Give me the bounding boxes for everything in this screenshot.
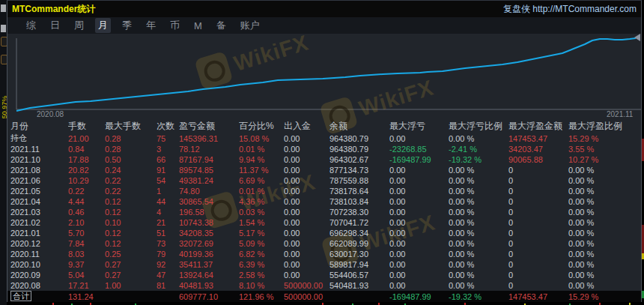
menu-item-季[interactable]: 季: [119, 18, 135, 33]
column-header[interactable]: 余额: [329, 120, 389, 133]
cell-text: 0.00 %: [449, 239, 474, 248]
table-row[interactable]: 2021.022.100.102110743.381.54 %0.0070704…: [7, 217, 641, 228]
cell-text: 0.00: [284, 197, 300, 206]
cell-text: 0.22: [105, 187, 121, 196]
cell-text: 0.00: [389, 208, 405, 217]
menu-item-年[interactable]: 年: [143, 18, 159, 33]
cell-text: 0.01 %: [239, 187, 264, 196]
cell-text: 2020.10: [10, 260, 40, 269]
table-row[interactable]: 2021.015.700.125134208.355.17 %0.0069629…: [7, 228, 641, 238]
table-row[interactable]: 2021.030.460.124196.580.03 %0.00707238.3…: [7, 207, 641, 217]
column-header[interactable]: 百分比%: [239, 120, 284, 133]
cell-text: 15.08 %: [239, 134, 269, 143]
cell: 21: [157, 218, 179, 227]
cell: 6.82 %: [239, 250, 284, 259]
column-header[interactable]: 最大浮盈金额: [508, 120, 568, 133]
table-row[interactable]: 持仓21.000.2875145396.3115.08 %0.00964380.…: [7, 133, 641, 144]
cell-text: 0.00 %: [449, 208, 474, 217]
cell: 5.17 %: [239, 229, 284, 238]
cell: 147453.47: [508, 134, 568, 143]
cell: 500000.00: [284, 292, 329, 301]
cell: 964380.79: [329, 145, 389, 154]
cell-text: 持仓: [10, 133, 27, 142]
cell-text: 0.25: [105, 250, 121, 259]
cell: 21.00: [68, 134, 105, 143]
title-bar: MTCommander统计 复盘侠 http://MTCommander.com: [7, 1, 641, 17]
column-header[interactable]: 最大浮盈比例: [568, 120, 641, 133]
equity-chart[interactable]: 2020.08 2021.11: [7, 34, 641, 119]
menu-item-月[interactable]: 月: [95, 18, 111, 33]
chart-scroll-arrow-icon[interactable]: [634, 34, 640, 41]
cell-text: 0.46: [68, 208, 84, 217]
cell-text: 44: [157, 197, 165, 206]
cell-text: 35411.37: [179, 260, 213, 269]
menu-item-M[interactable]: M: [191, 19, 205, 32]
cell-text: 0.00 %: [568, 218, 594, 227]
menu-item-综[interactable]: 综: [23, 18, 39, 33]
column-header[interactable]: 最大浮亏比例: [449, 120, 508, 133]
background-icon-fragment: [1, 4, 6, 12]
cell: 40481.93: [179, 281, 239, 290]
cell-text: 0.00: [389, 134, 405, 143]
cell-text: 2.58 %: [239, 271, 264, 280]
cell-text: 0.03 %: [239, 208, 264, 217]
cell-text: 707041.72: [329, 218, 368, 227]
cell-text: 0.24: [105, 166, 121, 175]
cell-text: 0: [508, 239, 513, 248]
cell-text: 0.00: [389, 250, 405, 259]
cell-text: 40481.93: [179, 281, 213, 290]
menu-item-日[interactable]: 日: [47, 18, 63, 33]
cell: 3.55 %: [568, 145, 641, 154]
table-row[interactable]: 2020.127.840.127332072.695.09 %0.0066208…: [7, 238, 641, 249]
cell: 0.00 %: [568, 229, 641, 238]
cell-text: 91: [157, 166, 165, 175]
column-header[interactable]: 盈亏金额: [179, 120, 239, 133]
cell: 2021.06: [7, 176, 68, 185]
table-row-total[interactable]: 合计131.24609777.10121.96 %500000.00-16948…: [7, 291, 641, 302]
cell-text: 75: [157, 134, 165, 143]
cell-text: 2021.05: [10, 187, 40, 196]
cell: 0.28: [105, 134, 157, 143]
table-row[interactable]: 2021.0820.820.249189574.8511.37 %0.00877…: [7, 165, 641, 175]
column-header[interactable]: 次数: [157, 120, 179, 133]
column-header[interactable]: 手数: [68, 120, 105, 133]
table-row[interactable]: 2020.095.040.274713924.642.58 %0.0055440…: [7, 270, 641, 280]
menu-item-币[interactable]: 币: [167, 18, 183, 33]
table-row[interactable]: 2021.1017.880.506687167.949.94 %0.009643…: [7, 154, 641, 165]
table-row[interactable]: 2020.118.030.257940199.366.82 %0.0063001…: [7, 249, 641, 259]
table-row[interactable]: 2020.109.370.279235411.376.39 %0.0058981…: [7, 259, 641, 270]
table-row[interactable]: 2020.0817.211.008140481.938.10 %500000.0…: [7, 280, 641, 291]
cell-text: 3: [157, 145, 161, 154]
column-header[interactable]: 月份: [7, 120, 68, 133]
cell: 0.00 %: [449, 166, 508, 175]
cell-text: 0.00 %: [568, 176, 594, 185]
cell-text: 4: [157, 208, 161, 217]
cell-text: 4.44: [68, 197, 84, 206]
cell: 0.00: [284, 197, 329, 206]
cell: 0.00: [284, 187, 329, 196]
menu-item-账户[interactable]: 账户: [237, 18, 263, 33]
column-header[interactable]: 出入金: [284, 120, 329, 133]
x-axis-end-label: 2021.11: [607, 110, 633, 118]
cell-text: 196.58: [179, 208, 204, 217]
cell-text: 2021.04: [10, 197, 40, 206]
cell: 738178.64: [329, 187, 389, 196]
window-title: MTCommander统计: [12, 3, 95, 16]
cell-text: 2.10: [68, 218, 84, 227]
cell-text: 0.00: [284, 187, 300, 196]
table-row[interactable]: 2021.110.840.28378.120.01 %0.00964380.79…: [7, 144, 641, 154]
table-row[interactable]: 2021.044.440.124430865.544.36 %0.0073810…: [7, 196, 641, 207]
cell: 0.00 %: [568, 250, 641, 259]
cell: 15.29 %: [568, 134, 641, 143]
column-header[interactable]: 最大浮亏: [389, 120, 449, 133]
column-header[interactable]: 最大手数: [105, 120, 157, 133]
background-left-strip: 50.97%: [0, 0, 7, 305]
cell-text: 0.00 %: [449, 176, 474, 185]
table-row[interactable]: 2021.050.220.22174.800.01 %0.00738178.64…: [7, 186, 641, 196]
menu-item-备[interactable]: 备: [213, 18, 229, 33]
cell-text: 0: [508, 271, 513, 280]
cell: 2020.08: [7, 281, 68, 290]
cell: 0.00: [389, 176, 449, 185]
menu-item-周[interactable]: 周: [71, 18, 87, 33]
table-row[interactable]: 2021.0610.290.225449381.246.69 %0.007875…: [7, 175, 641, 186]
